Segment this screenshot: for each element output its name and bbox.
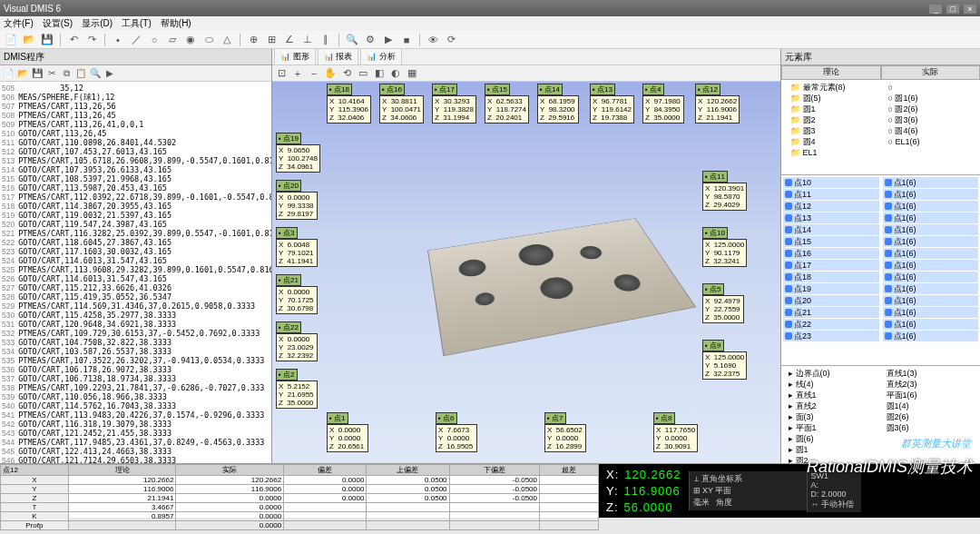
point-item[interactable]: 点1(6)	[883, 283, 979, 294]
callout-点22[interactable]: ▪ 点22X 0.0000Y 23.0029Z 32.2392	[276, 321, 318, 361]
shade-icon[interactable]: ◐	[388, 66, 403, 81]
point-item[interactable]: 点1(6)	[883, 177, 979, 188]
menu-显示(D)[interactable]: 显示(D)	[82, 17, 113, 30]
parallel-icon[interactable]: ∥	[318, 33, 333, 47]
wire-icon[interactable]: ▦	[405, 66, 419, 81]
feat-item[interactable]: ▸ 直线1	[783, 390, 881, 400]
probe-icon[interactable]: 🔍	[345, 33, 359, 47]
point-item[interactable]: 点21	[783, 307, 879, 318]
point-item[interactable]: 点10	[783, 177, 879, 188]
cylinder-tool-icon[interactable]: ⬭	[201, 33, 216, 47]
code-run-icon[interactable]: ▶	[103, 67, 116, 80]
menu-文件(F)[interactable]: 文件(F)	[4, 17, 34, 30]
callout-点9[interactable]: ▪ 点9X 125.0000Y 5.1690Z 32.2375	[702, 340, 747, 380]
point-item[interactable]: 点1(6)	[883, 236, 979, 247]
point-item[interactable]: 点1(6)	[883, 224, 979, 235]
minimize-button[interactable]: _	[929, 5, 942, 14]
new-icon[interactable]: 📄	[4, 33, 18, 47]
callout-点12[interactable]: ▪ 点12X 120.2662Y 116.9006Z 21.1941	[695, 84, 740, 124]
code-find-icon[interactable]: 🔍	[89, 67, 102, 80]
point-item[interactable]: 点1(6)	[883, 248, 979, 259]
dmis-tab[interactable]: DMIS程序	[4, 51, 44, 64]
point-item[interactable]: 点1(6)	[883, 295, 979, 306]
point-item[interactable]: 点22	[783, 319, 879, 330]
close-button[interactable]: ×	[964, 5, 976, 14]
tab-分析[interactable]: 📊 分析	[360, 48, 402, 65]
stop-icon[interactable]: ■	[399, 33, 414, 47]
redo-icon[interactable]: ↷	[84, 33, 99, 47]
code-cut-icon[interactable]: ✂	[45, 67, 58, 80]
point-item[interactable]: 点14	[783, 224, 879, 235]
zoom-in-icon[interactable]: +	[290, 66, 305, 81]
tree-item[interactable]: 📁 圆3	[783, 125, 881, 136]
point-item[interactable]: 点12	[783, 201, 879, 212]
code-editor[interactable]: 505 35,12 506MEAS/SPHERE,F(球1),12 507PTM…	[0, 82, 271, 463]
cs-icon[interactable]: ⊕	[246, 33, 260, 47]
callout-点13[interactable]: ▪ 点13X 96.7781Y 119.6142Z 19.7388	[590, 84, 634, 124]
callout-点20[interactable]: ▪ 点20X 0.0000Y 99.3338Z 29.8197	[276, 180, 318, 220]
feat-item[interactable]: ▸ 直线2	[783, 400, 881, 411]
code-copy-icon[interactable]: ⧉	[60, 67, 73, 80]
nominal-tab[interactable]: 理论	[781, 65, 881, 80]
callout-点18[interactable]: ▪ 点18X 10.4164Y 115.3906Z 32.0406	[327, 84, 371, 124]
3d-viewport[interactable]: ▪ 点18X 10.4164Y 115.3906Z 32.0406▪ 点16X …	[272, 82, 780, 463]
actual-tab[interactable]: 实际	[881, 65, 981, 80]
feat-item[interactable]: 圆3(6)	[881, 422, 979, 433]
point-item[interactable]: 点11	[783, 189, 879, 200]
tree-item[interactable]: ○ 圆3(6)	[881, 114, 979, 125]
maximize-button[interactable]: □	[946, 5, 959, 14]
menu-设置(S)[interactable]: 设置(S)	[43, 17, 73, 30]
feat-item[interactable]: ▸ 圆(6)	[783, 433, 881, 444]
callout-点11[interactable]: ▪ 点11X 120.3901Y 98.5870Z 29.4029	[702, 171, 747, 211]
point-item[interactable]: 点18	[783, 272, 879, 282]
callout-点10[interactable]: ▪ 点10X 125.0000Y 90.1179Z 32.3241	[702, 227, 747, 267]
callout-点8[interactable]: ▪ 点8X 117.7650Y 0.0000Z 30.9091	[653, 412, 698, 452]
callout-点5[interactable]: ▪ 点5X 92.4979Y 22.7559Z 35.0000	[702, 283, 744, 323]
point-item[interactable]: 点16	[783, 248, 879, 259]
tree-item[interactable]: ○ EL1(6)	[881, 136, 979, 147]
point-item[interactable]: 点19	[783, 283, 879, 294]
menu-工具(T)[interactable]: 工具(T)	[122, 17, 152, 30]
zoom-fit-icon[interactable]: ⊡	[274, 66, 289, 81]
tree-item[interactable]: ○ 圆1(6)	[881, 93, 979, 104]
callout-点21[interactable]: ▪ 点21X 0.0000Y 70.1725Z 30.6798	[276, 274, 318, 314]
feat-item[interactable]: 直线2(3)	[881, 379, 979, 390]
cmm-icon[interactable]: ⚙	[363, 33, 377, 47]
feat-item[interactable]: ▸ 线(4)	[783, 379, 881, 390]
pan-icon[interactable]: ✋	[323, 66, 338, 81]
save-icon[interactable]: 💾	[40, 33, 54, 47]
callout-点6[interactable]: ▪ 点6X 7.6673Y 0.0000Z 16.9505	[436, 412, 477, 452]
perp-icon[interactable]: ⊥	[300, 33, 315, 47]
undo-icon[interactable]: ↶	[66, 33, 81, 47]
sphere-tool-icon[interactable]: ◉	[183, 33, 198, 47]
line-tool-icon[interactable]: ／	[129, 33, 143, 47]
feat-item[interactable]: ▸ 圆2	[783, 455, 881, 463]
plane-tool-icon[interactable]: ▱	[165, 33, 180, 47]
element-lib-tab[interactable]: 元素库	[785, 51, 812, 64]
callout-点2[interactable]: ▪ 点2X 5.2152Y 21.6955Z 35.0000	[276, 369, 318, 409]
point-item[interactable]: 点1(6)	[883, 260, 979, 271]
point-item[interactable]: 点1(6)	[883, 201, 979, 212]
tree-item[interactable]: ○ 圆2(6)	[881, 104, 979, 114]
tab-图形[interactable]: 📊 图形	[274, 48, 316, 65]
feat-item[interactable]: ▸ 面(3)	[783, 411, 881, 422]
tree-item[interactable]: 📁 最常元素(8)	[783, 82, 881, 93]
callout-点7[interactable]: ▪ 点7X 56.6502Y 0.0000Z 16.2899	[544, 412, 586, 452]
rotate-icon[interactable]: ⟳	[444, 33, 458, 47]
cone-tool-icon[interactable]: △	[220, 33, 234, 47]
feat-item[interactable]: 平面1(6)	[881, 390, 979, 400]
point-item[interactable]: 点1(6)	[883, 307, 979, 318]
point-item[interactable]: 点20	[783, 295, 879, 306]
point-item[interactable]: 点1(6)	[883, 189, 979, 200]
callout-点17[interactable]: ▪ 点17X 30.3293Y 119.3828Z 31.1994	[432, 84, 476, 124]
code-paste-icon[interactable]: 📋	[74, 67, 87, 80]
point-item[interactable]: 点23	[783, 331, 879, 341]
tree-item[interactable]: 📁 圆1	[783, 104, 881, 114]
point-item[interactable]: 点1(6)	[883, 213, 979, 223]
point-item[interactable]: 点13	[783, 213, 879, 223]
callout-点4[interactable]: ▪ 点4X 97.1980Y 84.3950Z 35.0000	[642, 84, 684, 124]
feat-item[interactable]: ▸ 圆1	[783, 444, 881, 455]
run-icon[interactable]: ▶	[381, 33, 396, 47]
tree-item[interactable]: 📁 EL1	[783, 147, 881, 158]
feat-item[interactable]: 圆1(4)	[881, 400, 979, 411]
